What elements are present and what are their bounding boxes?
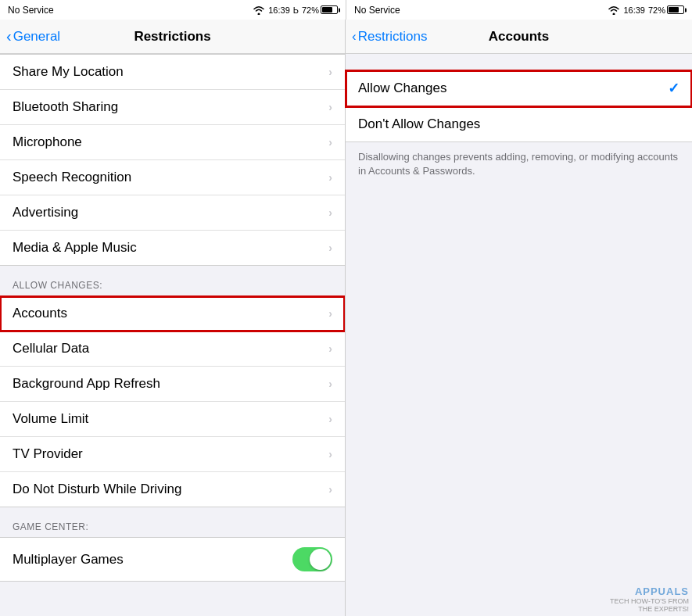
left-back-label: General	[13, 29, 60, 45]
do-not-disturb-chevron-icon: ›	[328, 483, 332, 496]
multiplayer-games-label: Multiplayer Games	[13, 552, 124, 568]
list-item-microphone[interactable]: Microphone ›	[0, 125, 345, 160]
allow-changes-group: Accounts › Cellular Data › Background Ap…	[0, 295, 345, 507]
battery: 72%	[302, 5, 338, 15]
right-back-label: Restrictions	[358, 29, 428, 45]
left-time: 16:39	[268, 5, 290, 15]
allow-changes-section-header: ALLOW CHANGES:	[0, 266, 345, 295]
right-no-service: No Service	[354, 5, 400, 16]
tv-provider-label: TV Provider	[13, 446, 83, 462]
panels-wrapper: ‹ General Restrictions Share My Location…	[0, 20, 692, 616]
right-status-bar: No Service 16:39 72%	[346, 0, 692, 20]
right-battery-body	[667, 5, 684, 14]
left-no-service: No Service	[8, 5, 54, 16]
media-apple-music-chevron-icon: ›	[328, 242, 332, 254]
microphone-chevron-icon: ›	[328, 136, 332, 149]
right-battery-percent: 72%	[648, 5, 665, 15]
left-back-chevron-icon: ‹	[6, 28, 12, 44]
cellular-data-chevron-icon: ›	[328, 342, 332, 355]
right-panel: ‹ Restrictions Accounts Allow Changes ✓ …	[346, 20, 692, 616]
list-item-volume-limit[interactable]: Volume Limit ›	[0, 402, 345, 437]
left-status-icons: 16:39 Ь 72%	[253, 5, 338, 15]
list-item-media-apple-music[interactable]: Media & Apple Music ›	[0, 231, 345, 265]
allow-changes-checkmark-icon: ✓	[668, 80, 679, 97]
allow-changes-item[interactable]: Allow Changes ✓	[346, 70, 692, 107]
background-app-refresh-label: Background App Refresh	[13, 376, 160, 392]
bluetooth-sharing-label: Bluetooth Sharing	[13, 99, 118, 115]
bluetooth-sharing-chevron-icon: ›	[328, 101, 332, 113]
list-item-cellular-data[interactable]: Cellular Data ›	[0, 331, 345, 367]
speech-recognition-label: Speech Recognition	[13, 170, 131, 185]
do-not-disturb-label: Do Not Disturb While Driving	[13, 482, 181, 497]
share-location-chevron-icon: ›	[328, 66, 332, 78]
left-settings-list: Share My Location › Bluetooth Sharing › …	[0, 54, 345, 616]
advertising-label: Advertising	[13, 205, 78, 220]
dont-allow-changes-label: Don't Allow Changes	[358, 116, 480, 132]
list-item-tv-provider[interactable]: TV Provider ›	[0, 437, 345, 472]
right-nav-bar: ‹ Restrictions Accounts	[346, 20, 692, 54]
list-item-speech-recognition[interactable]: Speech Recognition ›	[0, 160, 345, 195]
battery-fill	[322, 7, 332, 13]
list-item-bluetooth-sharing[interactable]: Bluetooth Sharing ›	[0, 90, 345, 125]
allow-changes-label: Allow Changes	[358, 81, 446, 96]
list-item-accounts[interactable]: Accounts ›	[0, 296, 345, 331]
left-nav-back-button[interactable]: ‹ General	[6, 29, 60, 45]
right-status-icons: 16:39 72%	[608, 5, 684, 15]
battery-percent: 72%	[302, 5, 319, 15]
dont-allow-changes-item[interactable]: Don't Allow Changes	[346, 107, 692, 141]
left-status-bar: No Service 16:39 Ь 72%	[0, 0, 346, 20]
bluetooth-icon: Ь	[293, 5, 299, 15]
left-nav-title: Restrictions	[134, 29, 210, 45]
speech-recognition-chevron-icon: ›	[328, 171, 332, 184]
right-battery-fill	[669, 7, 679, 13]
left-panel: ‹ General Restrictions Share My Location…	[0, 20, 346, 616]
advertising-chevron-icon: ›	[328, 206, 332, 219]
wifi-icon	[253, 5, 265, 15]
volume-limit-label: Volume Limit	[13, 411, 88, 427]
battery-body	[321, 5, 338, 14]
accounts-settings-group: Allow Changes ✓ Don't Allow Changes	[346, 70, 692, 142]
right-nav-title: Accounts	[489, 29, 549, 45]
list-item-advertising[interactable]: Advertising ›	[0, 195, 345, 231]
microphone-label: Microphone	[13, 134, 82, 150]
multiplayer-games-toggle[interactable]	[292, 547, 332, 571]
status-bar: No Service 16:39 Ь 72% No Service	[0, 0, 692, 20]
tv-provider-chevron-icon: ›	[328, 448, 332, 460]
media-apple-music-label: Media & Apple Music	[13, 240, 137, 256]
list-item-do-not-disturb[interactable]: Do Not Disturb While Driving ›	[0, 472, 345, 507]
accounts-label: Accounts	[13, 306, 67, 321]
left-nav-bar: ‹ General Restrictions	[0, 20, 345, 54]
right-nav-back-button[interactable]: ‹ Restrictions	[352, 29, 427, 45]
right-time: 16:39	[623, 5, 645, 15]
right-wifi-icon	[608, 5, 620, 15]
cellular-data-label: Cellular Data	[13, 341, 89, 356]
background-app-refresh-chevron-icon: ›	[328, 378, 332, 390]
game-center-section-header: GAME CENTER:	[0, 507, 345, 537]
game-center-group: Multiplayer Games	[0, 537, 345, 582]
accounts-description: Disallowing changes prevents adding, rem…	[346, 142, 692, 186]
list-item-background-app-refresh[interactable]: Background App Refresh ›	[0, 367, 345, 402]
right-battery: 72%	[648, 5, 684, 15]
accounts-chevron-icon: ›	[328, 307, 332, 320]
right-back-chevron-icon: ‹	[352, 29, 357, 45]
volume-limit-chevron-icon: ›	[328, 413, 332, 425]
toggle-knob	[310, 549, 331, 570]
share-location-label: Share My Location	[13, 64, 124, 80]
list-item-share-location[interactable]: Share My Location ›	[0, 55, 345, 90]
list-item-multiplayer-games[interactable]: Multiplayer Games	[0, 538, 345, 581]
top-settings-group: Share My Location › Bluetooth Sharing › …	[0, 54, 345, 266]
